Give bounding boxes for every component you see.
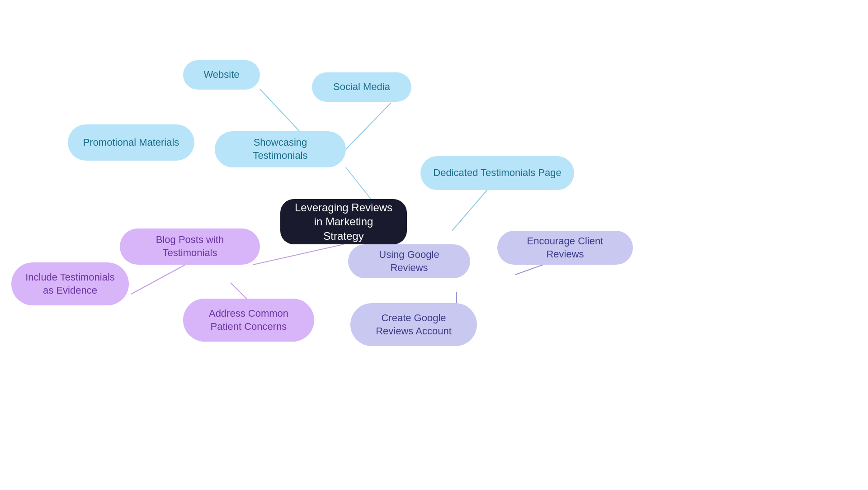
- website-node: Website: [183, 60, 260, 90]
- include-testimonials-label: Include Testimonials as Evidence: [24, 271, 116, 297]
- website-label: Website: [203, 68, 239, 81]
- promotional-materials-node: Promotional Materials: [68, 124, 194, 161]
- promotional-label: Promotional Materials: [83, 136, 179, 149]
- svg-line-9: [515, 263, 547, 275]
- using-google-node: Using Google Reviews: [348, 244, 470, 278]
- blog-posts-node: Blog Posts with Testimonials: [120, 228, 260, 265]
- using-google-label: Using Google Reviews: [361, 248, 458, 274]
- encourage-reviews-node: Encourage Client Reviews: [497, 231, 633, 265]
- blog-posts-label: Blog Posts with Testimonials: [132, 233, 247, 259]
- address-concerns-label: Address Common Patient Concerns: [196, 307, 302, 333]
- dedicated-label: Dedicated Testimonials Page: [433, 167, 561, 180]
- create-account-label: Create Google Reviews Account: [363, 312, 464, 338]
- svg-line-5: [253, 244, 344, 265]
- include-testimonials-node: Include Testimonials as Evidence: [11, 262, 129, 305]
- address-concerns-node: Address Common Patient Concerns: [183, 299, 314, 342]
- center-label: Leveraging Reviews in Marketing Strategy: [293, 200, 394, 243]
- social-media-label: Social Media: [333, 81, 390, 94]
- create-account-node: Create Google Reviews Account: [350, 303, 477, 346]
- dedicated-testimonials-node: Dedicated Testimonials Page: [420, 156, 574, 190]
- showcasing-testimonials-node: Showcasing Testimonials: [215, 131, 346, 167]
- svg-line-6: [131, 265, 185, 294]
- svg-line-4: [452, 189, 488, 231]
- svg-line-2: [346, 103, 391, 149]
- encourage-reviews-label: Encourage Client Reviews: [510, 235, 620, 261]
- center-node: Leveraging Reviews in Marketing Strategy: [280, 199, 407, 244]
- social-media-node: Social Media: [312, 72, 411, 102]
- showcasing-label: Showcasing Testimonials: [227, 136, 333, 162]
